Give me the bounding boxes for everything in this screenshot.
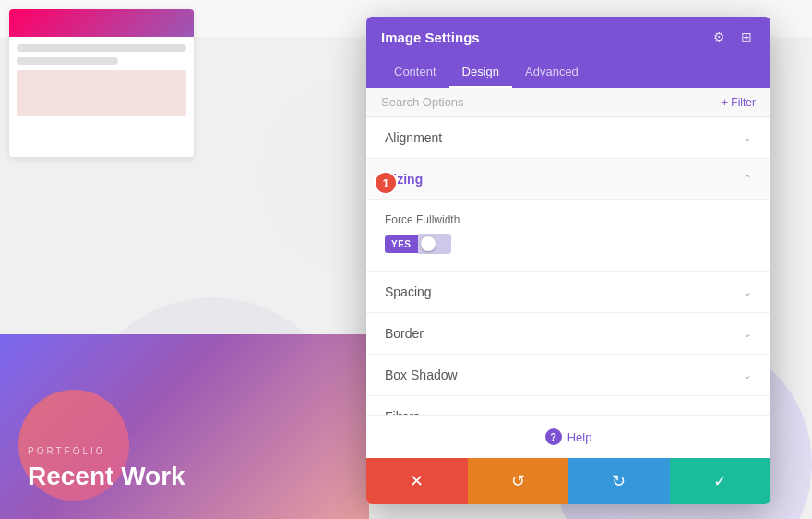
bg-preview-content	[9, 37, 194, 129]
box-shadow-chevron: ⌄	[743, 368, 752, 381]
tab-design[interactable]: Design	[449, 57, 512, 88]
section-border[interactable]: Border ⌄	[366, 313, 770, 355]
image-settings-modal: Image Settings ⚙ ⊞ Content Design Advanc…	[366, 17, 770, 504]
toggle-track[interactable]	[418, 234, 451, 254]
bg-portfolio-text: PORTFOLIO Recent Work	[28, 446, 185, 491]
modal-tabs: Content Design Advanced	[366, 57, 770, 88]
portfolio-title: Recent Work	[28, 462, 185, 491]
alignment-label: Alignment	[385, 130, 442, 145]
tab-content[interactable]: Content	[381, 57, 449, 88]
box-shadow-label: Box Shadow	[385, 368, 458, 382]
bg-preview-line	[17, 44, 186, 52]
help-icon: ?	[545, 428, 562, 445]
tab-advanced[interactable]: Advanced	[512, 57, 591, 88]
bg-preview-line-short	[17, 57, 118, 65]
force-fullwidth-label: Force Fullwidth	[385, 213, 752, 226]
spacing-label: Spacing	[385, 284, 432, 299]
filter-button[interactable]: + Filter	[722, 96, 756, 109]
settings-icon[interactable]: ⚙	[710, 28, 728, 46]
bg-portfolio-section: PORTFOLIO Recent Work	[0, 334, 369, 519]
redo-button[interactable]: ↻	[568, 458, 670, 504]
section-sizing[interactable]: Sizing ⌃	[366, 159, 770, 200]
modal-search-bar: Search Options + Filter	[366, 88, 770, 117]
modal-header-icons: ⚙ ⊞	[710, 28, 756, 46]
save-button[interactable]: ✓	[670, 458, 771, 504]
section-alignment[interactable]: Alignment ⌄	[366, 117, 770, 159]
modal-footer: ✕ ↺ ↻ ✓	[366, 458, 770, 504]
help-text: Help	[567, 430, 592, 444]
modal-help[interactable]: ? Help	[366, 415, 770, 458]
toggle-thumb	[421, 236, 436, 251]
bg-preview-header	[9, 9, 194, 37]
border-chevron: ⌄	[743, 327, 752, 340]
spacing-chevron: ⌄	[743, 285, 752, 298]
toggle-yes-label: YES	[385, 235, 418, 253]
section-box-shadow[interactable]: Box Shadow ⌄	[366, 355, 770, 396]
undo-button[interactable]: ↺	[468, 458, 569, 504]
border-label: Border	[385, 326, 424, 341]
expand-icon[interactable]: ⊞	[737, 28, 756, 46]
step-badge: 1	[374, 171, 398, 195]
toggle-wrapper[interactable]: YES	[385, 234, 752, 254]
search-placeholder: Search Options	[381, 95, 464, 109]
cancel-button[interactable]: ✕	[366, 458, 468, 504]
section-filters[interactable]: Filters ⌄	[366, 396, 770, 415]
portfolio-label: PORTFOLIO	[28, 446, 185, 456]
modal-content[interactable]: Alignment ⌄ Sizing ⌃ Force Fullwidth YES…	[366, 117, 770, 415]
bg-page-preview	[9, 9, 194, 157]
sizing-content: Force Fullwidth YES	[366, 200, 770, 272]
section-spacing[interactable]: Spacing ⌄	[366, 272, 770, 313]
modal-header: Image Settings ⚙ ⊞	[366, 17, 770, 57]
sizing-chevron: ⌃	[743, 173, 752, 186]
modal-title: Image Settings	[381, 30, 480, 45]
alignment-chevron: ⌄	[743, 131, 752, 144]
bg-preview-img	[17, 70, 186, 116]
